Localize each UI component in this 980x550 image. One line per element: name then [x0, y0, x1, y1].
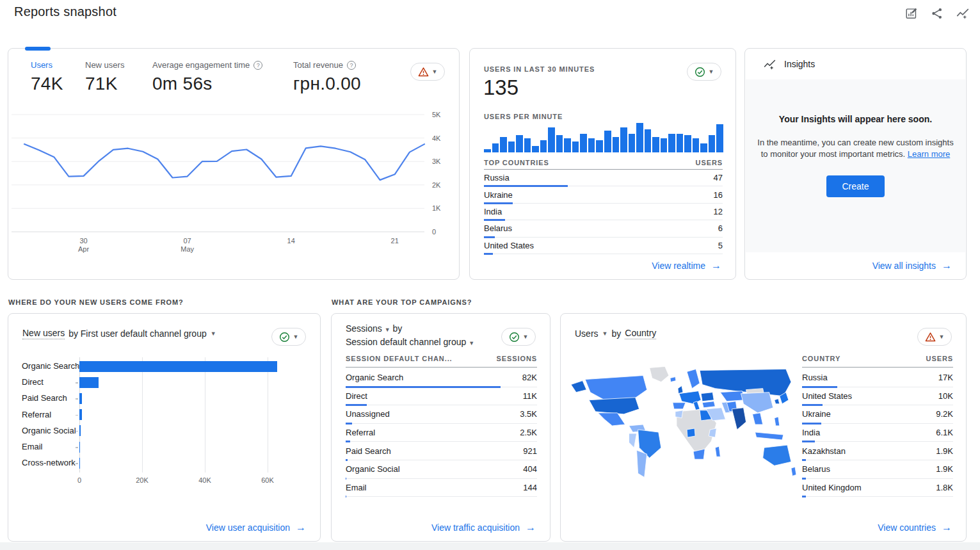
campaigns-card-title[interactable]: Sessions ▼ by Session default channel gr… — [346, 323, 474, 350]
top-country-row: Russia 47 — [484, 170, 723, 186]
country-users: 47 — [714, 173, 723, 182]
check-circle-icon — [279, 332, 290, 343]
view-realtime-link[interactable]: View realtime→ — [652, 260, 721, 271]
chevron-down-icon: ▼ — [602, 330, 608, 337]
insights-title: Insights — [784, 59, 815, 69]
arrow-right-icon: → — [942, 522, 952, 533]
metric-label: Average engagement time — [152, 60, 250, 70]
row-value: 1.8K — [936, 483, 953, 492]
x-tick-label: 20K — [136, 476, 149, 484]
row-label: Direct — [346, 391, 367, 401]
country-users: 6 — [718, 223, 723, 233]
header-icons — [902, 4, 972, 23]
warning-triangle-icon — [925, 332, 936, 343]
minute-bar — [540, 140, 547, 152]
value-underline-bar — [802, 496, 806, 497]
table-row: Email 144 — [346, 479, 537, 497]
row-label: Belarus — [802, 464, 830, 474]
minute-bar — [524, 138, 531, 152]
row-value: 404 — [523, 464, 537, 474]
share-icon[interactable] — [928, 4, 947, 23]
row-value: 144 — [523, 483, 537, 492]
insights-card: Insights Your Insights will appear here … — [744, 48, 967, 280]
table-row: Russia 17K — [802, 369, 953, 387]
minute-bar — [500, 137, 507, 152]
countries-card: Users ▼ by Country ▼ — [560, 313, 967, 542]
row-label: Kazakhstan — [802, 446, 846, 456]
campaigns-status-dropdown[interactable]: ▼ — [501, 328, 536, 346]
chevron-down-icon: ▼ — [523, 334, 529, 340]
section-title-acquisition: WHERE DO YOUR NEW USERS COME FROM? — [8, 298, 184, 306]
row-label: Organic Social — [346, 464, 400, 474]
row-label: Email — [346, 483, 367, 492]
category-tick — [76, 415, 78, 416]
chevron-down-icon: ▼ — [385, 327, 390, 333]
help-icon[interactable]: ? — [253, 61, 262, 70]
check-circle-icon — [695, 67, 705, 77]
help-icon[interactable]: ? — [347, 61, 356, 70]
world-map — [567, 362, 799, 499]
row-label: Organic Search — [346, 373, 403, 382]
metric-tab-users[interactable]: Users 74K — [31, 60, 85, 94]
learn-more-link[interactable]: Learn more — [908, 149, 950, 159]
value-underline-bar — [484, 253, 493, 255]
minute-bar — [645, 129, 652, 152]
category-label: Organic Social — [22, 426, 76, 435]
category-tick — [76, 447, 78, 448]
metric-label: Users — [31, 60, 52, 70]
world-map-chart[interactable] — [567, 362, 799, 499]
countries-card-title[interactable]: Users ▼ by Country — [575, 328, 656, 339]
view-all-insights-link[interactable]: View all insights→ — [872, 260, 952, 271]
metric-tab-total-revenue[interactable]: Total revenue? грн.0.00 — [293, 60, 361, 94]
countries-table-header: COUNTRY USERS — [802, 355, 953, 368]
channel-bar — [79, 409, 82, 420]
row-label: Unassigned — [346, 409, 390, 419]
view-traffic-acquisition-link[interactable]: View traffic acquisition→ — [431, 522, 536, 533]
minute-bar — [604, 131, 611, 152]
metric-value: 0m 56s — [152, 74, 293, 94]
data-quality-dropdown[interactable]: ▼ — [410, 63, 445, 81]
realtime-heading: USERS IN LAST 30 MINUTES — [484, 65, 595, 73]
row-value: 10K — [938, 391, 953, 401]
create-insight-button[interactable]: Create — [826, 175, 884, 197]
minute-bar — [677, 134, 684, 152]
metric-tab-avg-engagement[interactable]: Average engagement time? 0m 56s — [152, 60, 293, 94]
view-user-acquisition-link[interactable]: View user acquisition→ — [206, 522, 306, 533]
insights-hub-icon[interactable] — [953, 4, 972, 23]
minute-bar — [588, 138, 595, 152]
row-value: 9.2K — [936, 409, 953, 419]
acquisition-bar-chart: 020K40K60KOrganic SearchDirectPaid Searc… — [22, 357, 310, 485]
country-users: 5 — [718, 241, 723, 250]
view-countries-link[interactable]: View countries→ — [878, 522, 952, 533]
countries-status-dropdown[interactable]: ▼ — [917, 328, 952, 346]
overview-card: Users 74K New users 71K Average engageme… — [8, 48, 460, 280]
row-label: Russia — [802, 373, 828, 382]
category-label: Direct — [22, 377, 44, 387]
acquisition-status-dropdown[interactable]: ▼ — [271, 328, 306, 346]
realtime-card: USERS IN LAST 30 MINUTES 135 ▼ USERS PER… — [469, 48, 736, 280]
realtime-status-dropdown[interactable]: ▼ — [687, 63, 721, 81]
minute-bar — [508, 142, 515, 152]
top-country-row: Belarus 6 — [484, 220, 723, 237]
svg-text:14: 14 — [287, 237, 295, 245]
category-label: Email — [22, 442, 43, 451]
svg-text:21: 21 — [391, 237, 399, 245]
country-name: Russia — [484, 173, 510, 182]
category-label: Paid Search — [22, 393, 67, 403]
channel-bar — [79, 458, 80, 469]
acquisition-card-title[interactable]: New users by First user default channel … — [22, 328, 216, 339]
row-value: 3.5K — [520, 409, 537, 419]
channel-bar — [79, 361, 277, 372]
minute-bar — [484, 149, 491, 152]
channel-bar — [79, 425, 81, 436]
chevron-down-icon: ▼ — [709, 69, 714, 75]
arrow-right-icon: → — [526, 522, 536, 533]
arrow-right-icon: → — [296, 522, 306, 533]
row-label: Ukraine — [802, 409, 831, 419]
row-value: 2.5K — [520, 428, 537, 437]
minute-bar — [700, 143, 707, 153]
metric-tab-new-users[interactable]: New users 71K — [85, 60, 152, 94]
row-label: United Kingdom — [802, 483, 862, 492]
svg-text:07: 07 — [184, 237, 191, 245]
customize-report-icon[interactable] — [902, 4, 921, 23]
